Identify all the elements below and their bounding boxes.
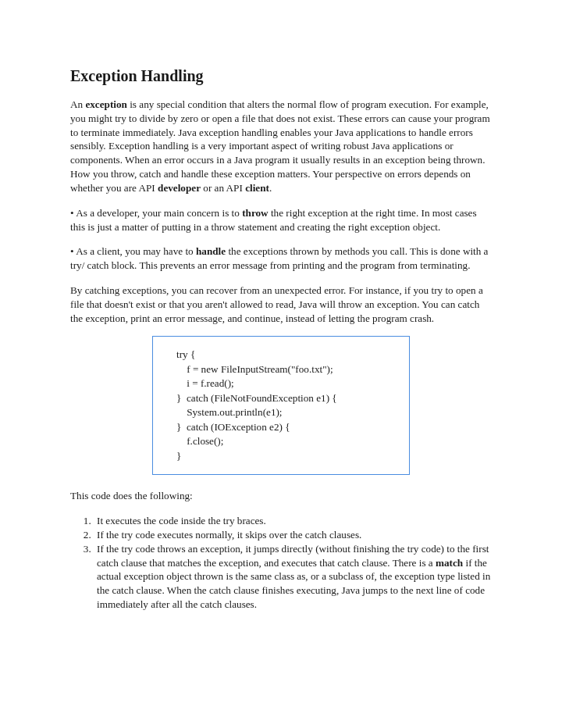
text-run: is any special condition that alters the… xyxy=(70,98,490,194)
code-explain-intro: This code does the following: xyxy=(70,489,492,503)
text-run: • As a client, you may have to xyxy=(70,245,196,257)
bullet-developer: • As a developer, your main concern is t… xyxy=(70,206,492,234)
bullet-client: • As a client, you may have to handle th… xyxy=(70,244,492,273)
bold-match: match xyxy=(436,557,463,569)
list-item: It executes the code inside the try brac… xyxy=(94,514,492,528)
catching-paragraph: By catching exceptions, you can recover … xyxy=(70,284,492,325)
text-run: • As a developer, your main concern is t… xyxy=(70,207,242,219)
text-run: . xyxy=(269,182,272,194)
code-content: try { f = new FileInputStream("foo.txt")… xyxy=(176,348,395,463)
code-block: try { f = new FileInputStream("foo.txt")… xyxy=(152,336,410,475)
ordered-list: It executes the code inside the try brac… xyxy=(70,514,492,612)
document-page: Exception Handling An exception is any s… xyxy=(0,0,562,728)
page-title: Exception Handling xyxy=(70,67,492,85)
text-run: or an API xyxy=(201,182,245,194)
bold-developer: developer xyxy=(158,182,201,194)
bold-client: client xyxy=(245,182,269,194)
intro-paragraph: An exception is any special condition th… xyxy=(70,98,492,195)
list-item: If the try code executes normally, it sk… xyxy=(94,528,492,542)
list-item: If the try code throws an exception, it … xyxy=(94,542,492,612)
text-run: An xyxy=(70,98,85,110)
bold-throw: throw xyxy=(242,207,268,219)
bold-exception: exception xyxy=(85,98,126,110)
text-run: If the try code throws an exception, it … xyxy=(97,543,489,569)
bold-handle: handle xyxy=(196,245,226,257)
